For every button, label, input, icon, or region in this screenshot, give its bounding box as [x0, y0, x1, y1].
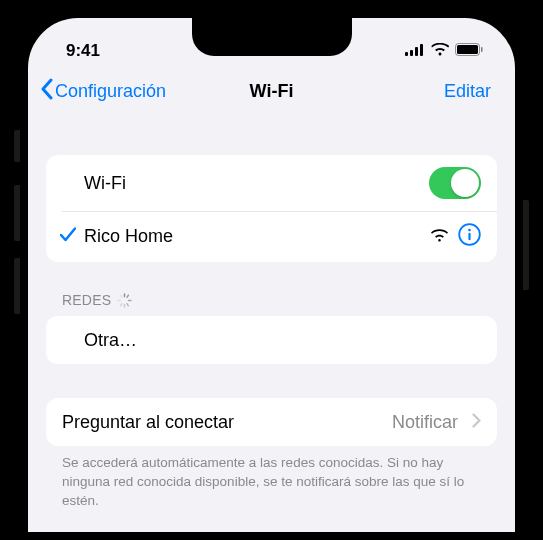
check-icon — [60, 227, 76, 246]
svg-rect-6 — [481, 47, 483, 52]
wifi-signal-icon — [431, 228, 448, 246]
ask-to-join-value: Notificar — [392, 412, 458, 433]
svg-line-11 — [127, 295, 128, 297]
nav-title: Wi-Fi — [250, 81, 294, 102]
back-button[interactable]: Configuración — [40, 78, 166, 105]
wifi-group: Wi-Fi Rico Home — [46, 155, 497, 262]
chevron-right-icon — [472, 413, 481, 432]
svg-line-15 — [121, 303, 122, 305]
wifi-icon — [431, 41, 449, 61]
chevron-left-icon — [40, 78, 53, 105]
wifi-toggle-label: Wi-Fi — [84, 173, 429, 194]
svg-rect-3 — [420, 44, 423, 56]
current-network-row[interactable]: Rico Home — [46, 211, 497, 262]
svg-rect-9 — [468, 233, 470, 241]
ask-to-join-group: Preguntar al conectar Notificar — [46, 398, 497, 446]
edit-button[interactable]: Editar — [444, 81, 497, 102]
ask-to-join-footer: Se accederá automáticamente a las redes … — [46, 446, 497, 511]
svg-line-17 — [121, 295, 122, 297]
svg-line-13 — [127, 303, 128, 305]
wifi-toggle[interactable] — [429, 167, 481, 199]
other-network-row[interactable]: Otra… — [46, 316, 497, 364]
back-label: Configuración — [55, 81, 166, 102]
battery-icon — [455, 41, 483, 61]
networks-header: REDES — [46, 262, 497, 316]
svg-rect-5 — [457, 45, 478, 54]
current-network-name: Rico Home — [84, 226, 431, 247]
cellular-icon — [405, 41, 425, 61]
networks-group: Otra… — [46, 316, 497, 364]
svg-point-8 — [468, 229, 471, 232]
wifi-toggle-row: Wi-Fi — [46, 155, 497, 211]
nav-bar: Configuración Wi-Fi Editar — [28, 68, 515, 119]
other-network-label: Otra… — [84, 330, 481, 351]
ask-to-join-row[interactable]: Preguntar al conectar Notificar — [46, 398, 497, 446]
ask-to-join-label: Preguntar al conectar — [62, 412, 392, 433]
info-icon[interactable] — [458, 223, 481, 250]
svg-rect-2 — [415, 47, 418, 56]
svg-rect-1 — [410, 50, 413, 56]
notch — [192, 18, 352, 56]
status-time: 9:41 — [66, 41, 100, 61]
svg-rect-0 — [405, 52, 408, 56]
spinner-icon — [117, 293, 132, 308]
networks-header-label: REDES — [62, 292, 111, 308]
